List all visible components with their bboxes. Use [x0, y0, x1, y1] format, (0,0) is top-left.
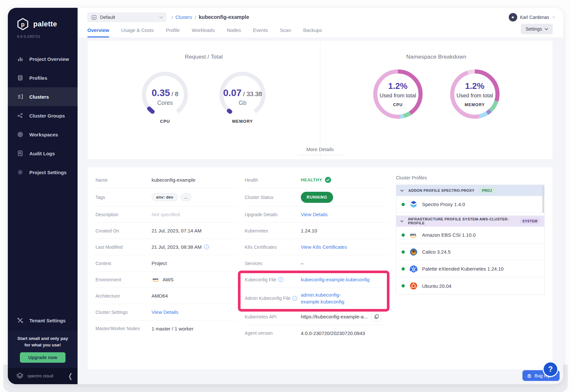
cluster-profiles-panel: Cluster Profiles ADDON PROFILE SPECTRO-P… [396, 172, 545, 369]
sidebar-item-label: Project Settings [29, 170, 66, 175]
tab-workloads[interactable]: Workloads [192, 27, 215, 37]
spectro-cloud-logo-icon [16, 372, 24, 380]
chevron-down-icon [400, 189, 404, 192]
tab-profile[interactable]: Profile [166, 27, 180, 37]
sidebar-item-project-overview[interactable]: Project Overview [8, 49, 78, 68]
pack-row-amazon-ebs-csi[interactable]: aws Amazon EBS CSI 1.10.0 [396, 227, 544, 244]
tag-pill[interactable]: env: dev [152, 193, 178, 201]
chevron-down-icon [400, 220, 403, 222]
memory-total-value: / 33.38 [243, 91, 262, 97]
cluster-name-value: kubeconfig-example [152, 177, 195, 183]
detail-label: Cluster Settings [95, 310, 152, 315]
namespace-cpu-donut: 1.2% Used from total CPU [371, 67, 425, 121]
detail-label: Upgrade Details [245, 212, 301, 217]
infrastructure-profile-group-header[interactable]: INFRASTRUCTURE PROFILE SYSTEM-AWS-CLUSTE… [396, 216, 544, 227]
detail-label: Cluster Status [245, 195, 301, 200]
pack-row-calico[interactable]: Calico 3.24.5 [396, 244, 544, 260]
info-icon[interactable]: i [204, 245, 209, 249]
user-menu[interactable]: ★ Karl Cardenas [509, 13, 556, 21]
help-button[interactable]: ? [543, 361, 558, 377]
admin-kubeconfig-file-link[interactable]: admin.kubeconfig-example.kubeconfig [301, 291, 363, 305]
app-version: 4.0.0-230721 [8, 33, 78, 38]
request-total-panel: Request / Total 0.35 / 8 Cores CPU [88, 41, 320, 159]
tab-usage-costs[interactable]: Usage & Costs [121, 27, 154, 37]
upgrade-details-link[interactable]: View Details [301, 212, 328, 217]
sidebar-item-clusters[interactable]: Clusters [8, 87, 78, 106]
kubernetes-logo [409, 264, 418, 273]
detail-row-last-modified: Last Modified 21 Jul, 2023, 08:38 AM i [95, 239, 237, 255]
more-tags-pill[interactable]: ... [181, 193, 191, 201]
sidebar-item-tenant-settings[interactable]: Tenant Settings [8, 312, 78, 329]
settings-button[interactable]: Settings [521, 24, 553, 34]
detail-row-kubernetes: Kubernetes 1.24.10 [245, 223, 388, 239]
copy-icon[interactable] [372, 312, 381, 322]
context-value: Project [152, 260, 167, 266]
cluster-list-icon [17, 93, 23, 100]
tab-scan[interactable]: Scan [280, 27, 291, 37]
detail-row-context: Context Project [95, 255, 237, 272]
detail-row-tags: Tags env: dev ... [95, 188, 237, 206]
doc-search-icon [17, 150, 23, 157]
cpu-used-percent: 1.2% [371, 81, 425, 91]
info-icon[interactable]: i [278, 277, 283, 282]
namespace-breakdown-panel: Namespace Breakdown 1.2% Used from total… [320, 41, 553, 159]
bar-chart-icon [17, 56, 23, 62]
environment-value: AWS [163, 277, 174, 282]
tab-nodes[interactable]: Nodes [227, 27, 241, 37]
architecture-value: AMD64 [152, 293, 168, 299]
collapse-sidebar-icon[interactable]: ❮ [68, 372, 72, 380]
tab-events[interactable]: Events [253, 27, 268, 37]
tab-backups[interactable]: Backups [303, 27, 322, 37]
project-selector[interactable]: Default [87, 12, 166, 22]
info-icon[interactable]: i [292, 296, 297, 301]
sidebar-nav: Project Overview Profiles Clusters Clust… [8, 49, 78, 182]
sidebar-item-audit-logs[interactable]: Audit Logs [8, 144, 78, 163]
detail-label: Context [95, 261, 152, 266]
detail-row-name: Name kubeconfig-example [95, 172, 237, 188]
pack-status-dot [402, 284, 405, 287]
sidebar-item-workspaces[interactable]: Workspaces [8, 125, 78, 144]
services-value: – [301, 260, 303, 266]
pack-row-ubuntu[interactable]: Ubuntu 20.04 [396, 277, 544, 294]
cluster-settings-link[interactable]: View Details [152, 309, 178, 315]
proj-scope-badge: PROJ [479, 188, 495, 193]
addon-profile-group-header[interactable]: ADDON PROFILE SPECTRO-PROXY PROJ [396, 185, 544, 196]
memory-unit: Gb [217, 100, 268, 106]
breadcrumb-clusters-link[interactable]: Clusters [175, 15, 192, 20]
ubuntu-logo [409, 282, 418, 290]
promo-line1: Start small and only pay [11, 335, 74, 342]
sidebar-item-label: Tenant Settings [29, 318, 66, 323]
sidebar-item-cluster-groups[interactable]: Cluster Groups [8, 106, 78, 125]
sidebar-item-label: Profiles [29, 75, 47, 81]
detail-label: Created On [95, 228, 152, 233]
cpu-request-value: 0.35 [152, 88, 170, 98]
sidebar: p palette 4.0.0-230721 Project Overview … [8, 8, 78, 384]
brand: p palette [8, 8, 78, 33]
top-bar: Default / Clusters / kubeconfig-example … [78, 8, 563, 37]
gear-icon [17, 169, 23, 175]
memory-used-subtitle: Used from total [448, 92, 502, 99]
tab-overview[interactable]: Overview [87, 27, 109, 37]
profile-group-name: ADDON PROFILE SPECTRO-PROXY [408, 189, 475, 192]
kubeconfig-file-link[interactable]: kubeconfig-example.kubeconfig [301, 277, 370, 282]
detail-label: Name [95, 177, 152, 183]
created-on-value: 21 Jul, 2023, 07:14 AM [152, 228, 201, 233]
details-middle-column: Health HEALTHY Cluster Status RUNNING Up… [245, 172, 388, 369]
sidebar-item-project-settings[interactable]: Project Settings [8, 163, 78, 182]
pack-row-spectro-proxy[interactable]: Spectro Proxy 1.4.0 [396, 196, 544, 213]
scrollbar-thumb[interactable] [542, 186, 544, 213]
sidebar-item-profiles[interactable]: Profiles [8, 68, 78, 87]
more-details-button[interactable]: More Details [297, 147, 343, 155]
memory-request-value: 0.07 [223, 88, 242, 98]
pack-row-palette-extended-kubernetes[interactable]: Palette eXtended Kubernetes 1.24.10 [396, 260, 544, 277]
chart-title: Namespace Breakdown [406, 54, 466, 60]
view-k8s-certificates-link[interactable]: View K8s Certificates [301, 244, 347, 250]
upgrade-now-button[interactable]: Upgrade now [20, 352, 66, 363]
detail-label: Master/Worker Nodes [95, 326, 152, 331]
main-area: Default / Clusters / kubeconfig-example … [78, 8, 563, 384]
sidebar-item-label: Project Overview [29, 56, 69, 62]
memory-used-percent: 1.2% [448, 81, 502, 91]
breadcrumb-current: kubeconfig-example [199, 14, 249, 20]
chevron-down-icon [159, 16, 163, 19]
brand-name: palette [33, 20, 57, 28]
